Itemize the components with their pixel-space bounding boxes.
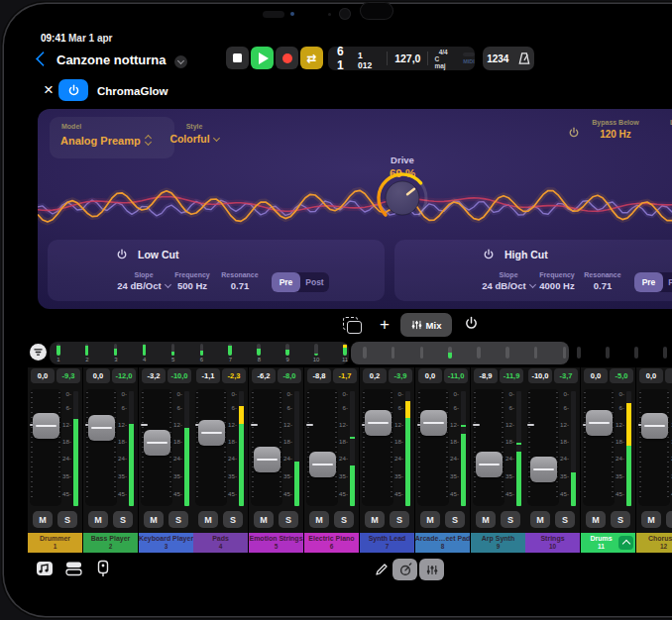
song-title[interactable]: Canzone notturna <box>56 52 167 67</box>
navigator-meter[interactable] <box>143 344 147 356</box>
metronome-icon[interactable] <box>517 52 530 65</box>
track-navigator[interactable]: 1234567891011 <box>28 341 672 366</box>
plugin-tiles-icon[interactable] <box>65 561 82 576</box>
plugin-power-button[interactable] <box>58 79 88 101</box>
peak-value[interactable]: -3,7 <box>554 368 578 383</box>
peak-value[interactable]: -8,0 <box>278 368 301 383</box>
mute-button[interactable]: M <box>254 511 274 528</box>
navigator-meter[interactable] <box>420 347 424 359</box>
fader-value[interactable]: 0,0 <box>86 368 110 383</box>
fader-cap[interactable] <box>420 410 447 436</box>
navigator-meter[interactable] <box>85 344 89 356</box>
navigator-meter[interactable] <box>448 347 452 359</box>
solo-button[interactable]: S <box>334 511 354 528</box>
track-name-band[interactable]: Drums11 <box>581 533 635 553</box>
fader-value[interactable]: -6,2 <box>252 368 276 383</box>
track-name-band[interactable]: Arp Synth9 <box>471 533 525 553</box>
navigator-meter[interactable] <box>577 347 581 359</box>
mute-button[interactable]: M <box>88 511 108 528</box>
track-name-band[interactable]: Pads4 <box>193 533 248 553</box>
low-cut-power-icon[interactable] <box>116 249 128 260</box>
solo-button[interactable]: S <box>390 511 409 528</box>
play-button[interactable] <box>251 47 274 69</box>
resonance-value[interactable]: 0.71 <box>205 280 275 291</box>
post-segment[interactable]: Post <box>663 272 672 292</box>
track-name-band[interactable]: Electric Piano6 <box>304 533 359 553</box>
lcd-display[interactable]: 6 1 1 012 127,0 4/4 C maj MIDI <box>328 47 475 70</box>
fader-cap[interactable] <box>476 452 503 477</box>
mute-button[interactable]: M <box>420 511 440 528</box>
cycle-button[interactable]: ⇄ <box>300 47 323 69</box>
navigator-meter[interactable] <box>56 344 60 356</box>
fader-cap[interactable] <box>309 452 336 477</box>
post-segment[interactable]: Post <box>300 272 329 292</box>
fader-cap[interactable] <box>530 457 557 482</box>
pencil-icon[interactable] <box>375 563 389 576</box>
fader-value[interactable]: -8,9 <box>474 368 498 383</box>
peak-value[interactable]: -12,0 <box>112 368 136 383</box>
drive-knob[interactable] <box>375 170 430 226</box>
navigator-meter[interactable] <box>114 344 118 356</box>
add-track-button[interactable]: + <box>374 313 395 337</box>
fader-value[interactable]: -3,2 <box>142 368 166 383</box>
fader-cap[interactable] <box>641 413 668 439</box>
fader-cap[interactable] <box>144 430 170 456</box>
mute-button[interactable]: M <box>198 511 218 528</box>
fader-cap[interactable] <box>33 413 59 439</box>
faders-view-button[interactable] <box>419 559 444 580</box>
peak-value[interactable]: -3,9 <box>389 368 412 383</box>
song-menu-chevron-icon[interactable] <box>174 55 187 68</box>
solo-button[interactable]: S <box>501 511 520 528</box>
mute-button[interactable]: M <box>641 511 661 528</box>
style-selector[interactable]: Style Colorful <box>155 117 234 145</box>
stop-button[interactable] <box>226 47 249 69</box>
track-name-band[interactable]: Synth Lead7 <box>360 533 414 553</box>
track-name-band[interactable]: Keyboard Player3 <box>139 533 193 553</box>
navigator-meter[interactable] <box>563 347 567 359</box>
close-plugin-icon[interactable]: × <box>39 79 58 101</box>
track-filter-button[interactable] <box>30 344 47 361</box>
peak-value[interactable]: -1,7 <box>333 368 357 383</box>
io-plug-icon[interactable] <box>97 560 109 577</box>
peak-value[interactable] <box>665 368 672 383</box>
track-name-band[interactable]: Bass Player2 <box>83 533 138 553</box>
mute-button[interactable]: M <box>530 511 550 528</box>
fader-value[interactable]: 0,0 <box>31 368 55 383</box>
solo-button[interactable]: S <box>555 511 575 528</box>
bypass-power-icon[interactable] <box>568 127 580 139</box>
track-name-band[interactable]: Strings10 <box>525 533 580 553</box>
high-cut-pre-post-toggle[interactable]: Pre Post <box>634 272 672 292</box>
mix-mode-button[interactable]: Mix <box>400 313 452 337</box>
mixer-power-icon[interactable] <box>464 316 479 331</box>
level-control[interactable]: Level 0.0 <box>654 119 672 140</box>
navigator-meter[interactable] <box>606 347 610 359</box>
navigator-meter[interactable] <box>363 347 367 359</box>
solo-button[interactable]: S <box>113 511 133 528</box>
mute-button[interactable]: M <box>309 511 329 528</box>
mute-button[interactable]: M <box>144 511 164 528</box>
record-button[interactable] <box>276 47 298 69</box>
fader-value[interactable]: 0,0 <box>418 368 442 383</box>
pre-segment[interactable]: Pre <box>272 272 300 292</box>
navigator-meter[interactable] <box>228 344 232 356</box>
peak-value[interactable]: -2,3 <box>222 368 246 383</box>
solo-button[interactable]: S <box>168 511 188 528</box>
mute-button[interactable]: M <box>365 511 385 528</box>
bypass-below-control[interactable]: Bypass Below 120 Hz <box>585 119 646 140</box>
fader-cap[interactable] <box>586 410 613 436</box>
track-name-band[interactable]: Arcade…eet Pad8 <box>415 533 470 553</box>
solo-button[interactable]: S <box>57 511 77 528</box>
peak-value[interactable]: -11,9 <box>500 368 523 383</box>
fader-value[interactable]: 0,0 <box>639 368 663 383</box>
pre-segment[interactable]: Pre <box>634 272 663 292</box>
duplicate-icon[interactable] <box>343 317 358 330</box>
back-chevron-icon[interactable] <box>36 52 52 67</box>
navigator-meter[interactable] <box>200 344 204 356</box>
solo-button[interactable]: S <box>223 511 243 528</box>
solo-button[interactable]: S <box>445 511 465 528</box>
navigator-meter[interactable] <box>171 344 175 356</box>
mute-button[interactable]: M <box>33 511 53 528</box>
high-cut-power-icon[interactable] <box>483 249 495 260</box>
solo-button[interactable]: S <box>279 511 298 528</box>
fader-value[interactable]: 0,0 <box>584 368 608 383</box>
